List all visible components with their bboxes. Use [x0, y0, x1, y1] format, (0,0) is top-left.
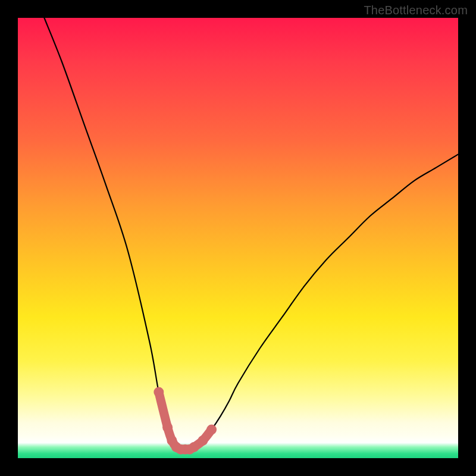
marker-dot: [162, 422, 173, 433]
watermark-label: TheBottleneck.com: [364, 4, 468, 17]
bottleneck-curve: [44, 18, 458, 449]
plot-area: [18, 18, 458, 458]
marker-dot: [189, 442, 199, 452]
curve-svg: [18, 18, 458, 458]
marker-dot: [154, 387, 164, 397]
marker-dot: [198, 436, 208, 446]
marker-group: [154, 387, 217, 455]
marker-dot: [206, 424, 217, 434]
chart-frame: TheBottleneck.com: [0, 0, 476, 476]
